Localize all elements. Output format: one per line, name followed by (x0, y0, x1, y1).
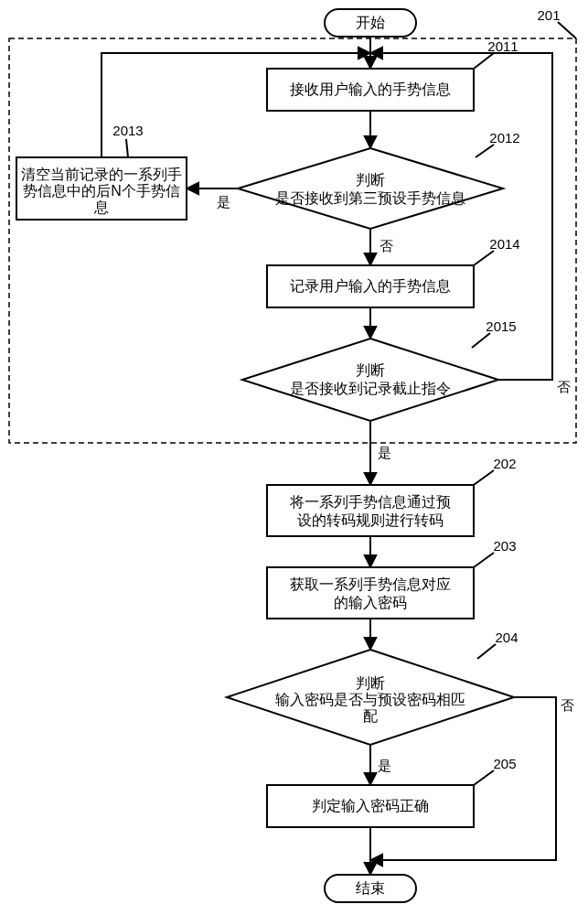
node-2015-l1: 判断 (356, 362, 385, 378)
callout-204: 204 (495, 630, 518, 645)
node-203 (267, 567, 474, 619)
node-2013-l2: 势信息中的后N个手势信 (23, 183, 180, 199)
node-204-l3: 配 (363, 708, 378, 724)
node-2013-l1: 清空当前记录的一系列手 (21, 167, 182, 182)
label-2012-no: 否 (380, 238, 393, 253)
node-2013-l3: 息 (93, 199, 109, 215)
callout-line-2011 (474, 53, 494, 69)
callout-2012: 2012 (489, 130, 519, 145)
node-202 (267, 485, 474, 536)
node-203-l1: 获取一系列手势信息对应 (290, 576, 451, 592)
callout-line-2014 (474, 251, 494, 265)
node-203-l2: 的输入密码 (334, 595, 407, 610)
callout-2011: 2011 (487, 38, 518, 54)
callout-line-205 (474, 770, 494, 785)
label-204-yes: 是 (378, 758, 391, 773)
callout-201: 201 (537, 7, 560, 23)
callout-line-203 (474, 553, 494, 567)
label-204-no: 否 (561, 697, 574, 713)
callout-line-201 (558, 22, 576, 38)
label-2015-no: 否 (557, 379, 571, 394)
callout-205: 205 (493, 756, 516, 771)
node-202-l1: 将一系列手势信息通过预 (289, 494, 451, 510)
callout-2014: 2014 (489, 236, 519, 252)
callout-202: 202 (493, 456, 516, 471)
node-2014-label: 记录用户输入的手势信息 (290, 278, 451, 294)
node-204-l1: 判断 (356, 675, 385, 691)
label-2012-yes: 是 (217, 194, 230, 210)
callout-line-2015 (472, 333, 490, 348)
callout-line-204 (477, 644, 496, 659)
node-202-l2: 设的转码规则进行转码 (297, 512, 444, 528)
callout-2015: 2015 (486, 318, 516, 334)
callout-line-202 (474, 470, 494, 485)
node-204-l2: 输入密码是否与预设密码相匹 (275, 692, 465, 707)
node-2015 (242, 339, 498, 421)
label-2015-yes: 是 (378, 445, 391, 460)
node-2012-l2: 是否接收到第三预设手势信息 (275, 190, 465, 206)
callout-2013: 2013 (112, 123, 143, 138)
callout-line-2012 (476, 145, 494, 157)
callout-line-2013 (126, 139, 128, 157)
node-2012-l1: 判断 (356, 172, 385, 188)
terminal-end-label: 结束 (356, 880, 385, 896)
terminal-start-label: 开始 (356, 15, 385, 30)
flowchart-diagram: 201 开始 接收用户输入的手势信息 2011 判断 是否接收到第三预设手势信息… (0, 0, 588, 915)
node-2015-l2: 是否接收到记录截止指令 (290, 381, 451, 396)
node-2012 (238, 148, 503, 229)
node-2011-label: 接收用户输入的手势信息 (290, 81, 451, 97)
node-205-label: 判定输入密码正确 (312, 798, 429, 813)
callout-203: 203 (493, 538, 516, 554)
